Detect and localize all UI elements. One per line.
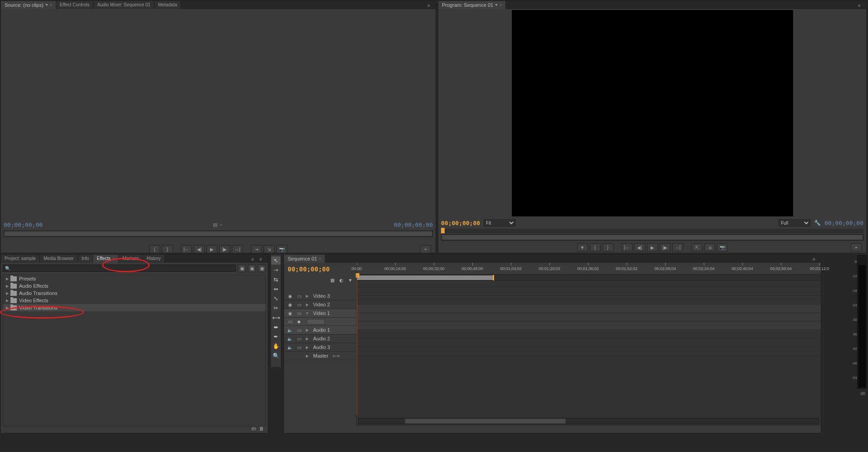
close-icon[interactable]: × xyxy=(500,3,502,7)
lock-icon[interactable]: ▭ xyxy=(296,310,302,316)
insert-button[interactable]: ⇥ xyxy=(251,245,262,253)
track-header-audio-2[interactable]: 🔈▭▶Audio 2 xyxy=(284,334,356,343)
tab-source[interactable]: Source: (no clips)× xyxy=(1,1,56,9)
track-header-video-2[interactable]: ◉▭▶Video 2 xyxy=(284,300,356,309)
export-frame-button[interactable]: 📷 xyxy=(717,243,728,251)
track-header-video-3[interactable]: ◉▭▶Video 3 xyxy=(284,292,356,300)
wrench-icon[interactable]: 🔧 xyxy=(814,220,821,226)
disclosure-icon[interactable]: ▶ xyxy=(5,299,10,303)
lock-icon[interactable]: ▭ xyxy=(296,344,302,350)
mark-out-button[interactable]: } xyxy=(162,245,173,253)
panel-menu-icon[interactable] xyxy=(251,256,257,261)
rate-stretch-tool[interactable]: ⤡ xyxy=(271,295,280,303)
disclosure-icon[interactable]: ▶ xyxy=(5,291,10,295)
track-lane[interactable] xyxy=(357,296,821,305)
dropdown-icon[interactable] xyxy=(45,4,48,6)
marker-icon[interactable]: ▼ xyxy=(347,277,353,283)
keyframe-icon[interactable]: ◆ xyxy=(296,319,302,325)
go-to-out-button[interactable]: →| xyxy=(232,245,243,253)
pen-tool[interactable]: ✒ xyxy=(271,333,280,341)
track-header-audio-1[interactable]: 🔈▭▶Audio 1 xyxy=(284,326,356,334)
lock-icon[interactable]: ▭ xyxy=(296,301,302,308)
eye-icon[interactable]: ◉ xyxy=(287,293,293,299)
effects-search-input[interactable] xyxy=(12,266,234,271)
disclosure-icon[interactable]: ▶ xyxy=(5,277,10,281)
go-to-in-button[interactable]: |← xyxy=(181,245,192,253)
disclosure-icon[interactable]: ▶ xyxy=(305,294,309,298)
tab-project-sample[interactable]: Project: sample xyxy=(1,255,40,263)
disclosure-icon[interactable]: ▶ xyxy=(305,328,309,332)
tab-audio-mixer[interactable]: Audio Mixer: Sequence 01 xyxy=(93,1,154,9)
tab-effect-controls[interactable]: Effect Controls xyxy=(56,1,93,9)
playhead-marker[interactable] xyxy=(441,228,445,233)
step-back-button[interactable]: ◀| xyxy=(634,243,645,251)
nest-icon[interactable]: ▦ xyxy=(329,277,335,283)
work-area-bar[interactable] xyxy=(357,275,821,281)
export-frame-button[interactable]: 📷 xyxy=(276,245,287,253)
add-marker-button[interactable]: ▼ xyxy=(577,243,588,251)
track-lane[interactable] xyxy=(357,305,821,313)
lock-icon[interactable]: ▭ xyxy=(296,293,302,299)
tree-item-audio-transitions[interactable]: ▶Audio Transitions xyxy=(3,290,265,297)
fx-icon[interactable]: ▭ xyxy=(287,319,293,325)
tab-sequence[interactable]: Sequence 01× xyxy=(284,255,325,263)
disclosure-icon[interactable]: ▶ xyxy=(305,303,309,307)
tab-info[interactable]: Info xyxy=(78,255,93,263)
close-icon[interactable]: × xyxy=(50,3,52,7)
extract-button[interactable]: ⇲ xyxy=(704,243,715,251)
eye-icon[interactable]: ◉ xyxy=(287,310,293,316)
speaker-icon[interactable]: 🔈 xyxy=(287,335,293,342)
tree-item-presets[interactable]: ▶Presets xyxy=(3,275,265,282)
tab-history[interactable]: History xyxy=(143,255,165,263)
tab-program[interactable]: Program: Sequence 01× xyxy=(438,1,506,9)
work-area-range[interactable] xyxy=(357,275,493,280)
razor-tool[interactable]: ✂ xyxy=(271,304,280,312)
panel-menu-icon[interactable] xyxy=(427,3,433,7)
track-header-master[interactable]: ▶Master▻◅ xyxy=(284,352,356,360)
overwrite-button[interactable]: ⇲ xyxy=(264,245,275,253)
track-lane[interactable] xyxy=(357,347,821,356)
tree-item-video-effects[interactable]: ▶Video Effects xyxy=(3,297,265,304)
lift-button[interactable]: ⇱ xyxy=(691,243,702,251)
speaker-icon[interactable]: 🔈 xyxy=(287,327,293,333)
slip-tool[interactable]: ⟷ xyxy=(271,314,280,322)
close-icon[interactable]: × xyxy=(319,256,321,261)
tree-item-video-transitions[interactable]: ▶Video Transitions xyxy=(3,304,265,311)
opacity-slider[interactable] xyxy=(307,319,325,324)
filter-fx-button[interactable]: ▣ xyxy=(238,264,246,272)
track-header-audio-3[interactable]: 🔈▭▶Audio 3 xyxy=(284,343,356,352)
filter-yuv-button[interactable]: ▣ xyxy=(258,264,266,272)
tab-media-browser[interactable]: Media Browser xyxy=(40,255,78,263)
panel-menu-icon[interactable] xyxy=(260,256,265,261)
track-lane[interactable] xyxy=(357,321,821,330)
lock-icon[interactable]: ▭ xyxy=(296,327,302,333)
play-button[interactable]: ▶ xyxy=(206,245,217,253)
track-lane[interactable] xyxy=(357,313,821,321)
tab-effects[interactable]: Effects× xyxy=(93,255,119,263)
ripple-edit-tool[interactable]: ⇆ xyxy=(271,275,280,284)
disclosure-icon[interactable]: ▶ xyxy=(305,337,309,341)
step-back-button[interactable]: ◀| xyxy=(194,245,205,253)
timeline-playhead-time[interactable]: 00;00;00;00 xyxy=(288,265,330,273)
tree-item-audio-effects[interactable]: ▶Audio Effects xyxy=(3,282,265,290)
panel-menu-icon[interactable] xyxy=(858,3,863,7)
lock-icon[interactable]: ▭ xyxy=(296,335,302,342)
mark-in-button[interactable]: { xyxy=(149,245,160,253)
selection-tool[interactable]: ↖ xyxy=(271,256,280,265)
hand-tool[interactable]: ✋ xyxy=(271,342,280,350)
disclosure-icon[interactable]: ▶ xyxy=(305,354,309,358)
playhead-line[interactable] xyxy=(357,275,357,415)
track-lane[interactable] xyxy=(357,339,821,347)
disclosure-icon[interactable]: ▼ xyxy=(305,311,309,315)
zoom-tool[interactable]: 🔍 xyxy=(271,352,280,360)
rolling-edit-tool[interactable]: ⇔ xyxy=(271,285,280,293)
slide-tool[interactable]: ⬌ xyxy=(271,323,280,331)
go-to-out-button[interactable]: →| xyxy=(672,243,683,251)
add-button[interactable]: + xyxy=(420,245,431,253)
track-lane[interactable] xyxy=(357,287,821,296)
mark-out-button[interactable]: } xyxy=(603,243,613,251)
step-fwd-button[interactable]: |▶ xyxy=(660,243,671,251)
panel-menu-icon[interactable] xyxy=(813,256,818,261)
new-bin-icon[interactable]: 🗁 xyxy=(251,426,256,431)
program-scrubber[interactable] xyxy=(441,234,863,241)
